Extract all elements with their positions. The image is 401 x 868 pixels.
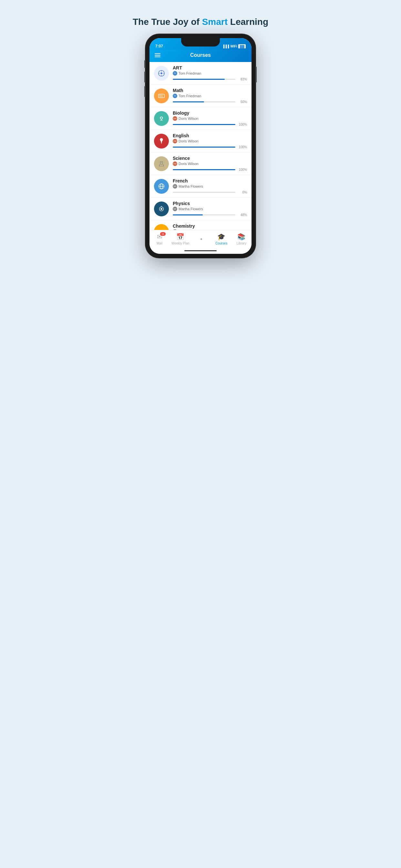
course-name-art: ART bbox=[173, 65, 247, 70]
course-teacher-biology: DW Doris Wilson bbox=[173, 116, 247, 121]
course-info-english: English DW Doris Wilson 100% bbox=[173, 133, 247, 149]
app-title: Courses bbox=[190, 52, 211, 58]
progress-bar-bg-science bbox=[173, 169, 235, 170]
course-icon-english bbox=[154, 134, 169, 149]
progress-bar-fill-science bbox=[173, 169, 235, 170]
nav-courses-label: Courses bbox=[215, 242, 227, 245]
phone-mute-button bbox=[144, 60, 146, 68]
headline-smart: Smart bbox=[202, 17, 227, 27]
teacher-avatar-french: MF bbox=[173, 184, 177, 189]
phone-notch bbox=[181, 38, 220, 46]
course-name-physics-martha: Physics bbox=[173, 201, 247, 206]
course-name-chemistry: Chemistry bbox=[173, 223, 247, 228]
status-icons: ▐▐▐ WiFi ▓▓ bbox=[222, 44, 246, 49]
course-item-english[interactable]: English DW Doris Wilson 100% bbox=[150, 130, 251, 152]
course-info-science: Science DW Doris Wilson 100% bbox=[173, 156, 247, 172]
course-info-math: Math TF Tom Friedman 50% bbox=[173, 88, 247, 104]
progress-pct-art: 83% bbox=[237, 78, 247, 81]
nav-library[interactable]: 📚 Library bbox=[234, 233, 250, 245]
progress-bar-fill-biology bbox=[173, 124, 235, 125]
menu-button[interactable] bbox=[155, 53, 160, 57]
teacher-name-biology: Doris Wilson bbox=[179, 117, 198, 120]
page-wrapper: The True Joy of Smart Learning 7:07 ▐▐▐ … bbox=[123, 6, 278, 258]
course-item-math[interactable]: Math TF Tom Friedman 50% bbox=[150, 85, 251, 107]
teacher-avatar-science: DW bbox=[173, 161, 177, 166]
mail-badge: 11 bbox=[160, 232, 166, 236]
teacher-avatar-math: TF bbox=[173, 94, 177, 98]
headline: The True Joy of Smart Learning bbox=[123, 6, 278, 34]
course-item-biology[interactable]: Biology DW Doris Wilson 100% bbox=[150, 107, 251, 130]
progress-bar-bg-math bbox=[173, 101, 235, 102]
course-item-science[interactable]: Science DW Doris Wilson 100% bbox=[150, 152, 251, 175]
course-name-math: Math bbox=[173, 88, 247, 93]
course-item-physics-martha[interactable]: Physics MF Martha Flowers 48% bbox=[150, 197, 251, 220]
nav-courses[interactable]: 🎓 Courses bbox=[213, 233, 229, 245]
course-item-french[interactable]: French MF Martha Flowers 0% bbox=[150, 175, 251, 197]
phone-screen: 7:07 ▐▐▐ WiFi ▓▓ Courses bbox=[150, 38, 251, 254]
nav-mail[interactable]: ✉ 11 Mail bbox=[151, 233, 167, 245]
course-name-biology: Biology bbox=[173, 111, 247, 116]
headline-text1: The True Joy of bbox=[133, 17, 202, 27]
svg-rect-12 bbox=[162, 96, 163, 97]
svg-rect-7 bbox=[159, 95, 160, 96]
app-header: Courses bbox=[150, 50, 251, 62]
progress-row-english: 100% bbox=[173, 145, 247, 149]
nav-weekly-plan[interactable]: 📅 Weekly Plan bbox=[172, 233, 189, 245]
teacher-name-physics-martha: Martha Flowers bbox=[179, 207, 203, 211]
page-container: The True Joy of Smart Learning 7:07 ▐▐▐ … bbox=[123, 6, 278, 258]
teacher-avatar-art: TF bbox=[173, 71, 177, 75]
headline-text2: Learning bbox=[227, 17, 268, 27]
progress-row-art: 83% bbox=[173, 78, 247, 81]
svg-rect-10 bbox=[159, 96, 160, 97]
teacher-name-math: Tom Friedman bbox=[179, 94, 201, 98]
progress-row-french: 0% bbox=[173, 190, 247, 194]
phone-volume-up-button bbox=[144, 71, 146, 83]
nav-library-label: Library bbox=[237, 242, 247, 245]
svg-rect-9 bbox=[162, 95, 163, 96]
signal-icon: ▐▐▐ bbox=[222, 44, 229, 48]
progress-bar-fill-math bbox=[173, 101, 204, 102]
course-info-biology: Biology DW Doris Wilson 100% bbox=[173, 111, 247, 126]
progress-row-math: 50% bbox=[173, 100, 247, 104]
svg-point-24 bbox=[160, 208, 162, 210]
progress-bar-bg-art bbox=[173, 79, 235, 80]
progress-bar-fill-english bbox=[173, 147, 235, 148]
course-teacher-physics-martha: MF Martha Flowers bbox=[173, 207, 247, 211]
graduation-icon: 🎓 bbox=[217, 233, 225, 241]
progress-row-science: 100% bbox=[173, 168, 247, 172]
course-name-science: Science bbox=[173, 156, 247, 161]
svg-point-27 bbox=[162, 229, 163, 230]
nav-home[interactable] bbox=[193, 238, 210, 240]
course-item-chemistry[interactable]: Chemistry MF Martha Flowers 100% bbox=[150, 220, 251, 230]
home-dot-icon bbox=[201, 238, 202, 240]
course-info-art: ART TF Tom Friedman 83% bbox=[173, 65, 247, 81]
library-icon: 📚 bbox=[237, 233, 245, 241]
progress-bar-bg-english bbox=[173, 147, 235, 148]
course-icon-science bbox=[154, 156, 169, 171]
teacher-name-science: Doris Wilson bbox=[179, 162, 198, 166]
progress-bar-bg-biology bbox=[173, 124, 235, 125]
svg-rect-6 bbox=[158, 94, 164, 97]
nav-mail-label: Mail bbox=[157, 242, 162, 245]
bottom-nav: ✉ 11 Mail 📅 Weekly Plan 🎓 Courses bbox=[150, 230, 251, 248]
course-teacher-art: TF Tom Friedman bbox=[173, 71, 247, 75]
svg-point-1 bbox=[160, 72, 162, 74]
courses-list: ART TF Tom Friedman 83% Math T bbox=[150, 62, 251, 230]
course-icon-chemistry bbox=[154, 224, 169, 230]
svg-rect-8 bbox=[160, 95, 161, 96]
status-time: 7:07 bbox=[155, 44, 163, 49]
course-item-art[interactable]: ART TF Tom Friedman 83% bbox=[150, 62, 251, 85]
course-icon-math bbox=[154, 89, 169, 103]
progress-bar-bg-french bbox=[173, 192, 235, 193]
teacher-avatar-english: DW bbox=[173, 139, 177, 144]
svg-rect-18 bbox=[160, 161, 162, 164]
battery-icon: ▓▓ bbox=[238, 44, 246, 49]
progress-pct-science: 100% bbox=[237, 168, 247, 172]
course-info-physics-martha: Physics MF Martha Flowers 48% bbox=[173, 201, 247, 217]
progress-row-biology: 100% bbox=[173, 123, 247, 126]
progress-bar-fill-art bbox=[173, 79, 225, 80]
progress-pct-math: 50% bbox=[237, 100, 247, 104]
course-teacher-english: DW Doris Wilson bbox=[173, 139, 247, 144]
course-teacher-french: MF Martha Flowers bbox=[173, 184, 247, 189]
course-name-french: French bbox=[173, 178, 247, 183]
